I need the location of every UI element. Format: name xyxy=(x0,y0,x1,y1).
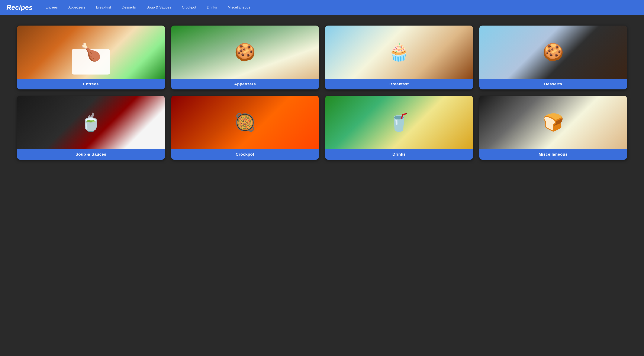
category-image-drinks xyxy=(325,96,473,149)
category-image-appetizers xyxy=(171,25,319,79)
category-label-drinks: Drinks xyxy=(325,149,473,160)
category-label-entrees: Entrées xyxy=(17,79,165,89)
nav-link-entrees[interactable]: Entrées xyxy=(46,5,58,9)
category-card-entrees[interactable]: Entrées xyxy=(17,25,165,89)
category-label-soup-sauces: Soup & Sauces xyxy=(17,149,165,160)
main-nav: Recipes EntréesAppetizersBreakfastDesser… xyxy=(0,0,644,15)
category-label-desserts: Desserts xyxy=(479,79,627,89)
main-content: EntréesAppetizersBreakfastDessertsSoup &… xyxy=(0,15,644,170)
category-image-desserts xyxy=(479,25,627,79)
category-image-soup-sauces xyxy=(17,96,165,149)
nav-link-drinks[interactable]: Drinks xyxy=(207,5,217,9)
category-grid: EntréesAppetizersBreakfastDessertsSoup &… xyxy=(17,25,627,160)
category-card-breakfast[interactable]: Breakfast xyxy=(325,25,473,89)
nav-link-soup-sauces[interactable]: Soup & Sauces xyxy=(146,5,171,9)
category-label-crockpot: Crockpot xyxy=(171,149,319,160)
category-card-miscellaneous[interactable]: Miscellaneous xyxy=(479,96,627,160)
category-label-breakfast: Breakfast xyxy=(325,79,473,89)
nav-link-appetizers[interactable]: Appetizers xyxy=(68,5,85,9)
nav-link-desserts[interactable]: Desserts xyxy=(122,5,136,9)
category-image-miscellaneous xyxy=(479,96,627,149)
nav-link-miscellaneous[interactable]: Miscellaneous xyxy=(228,5,250,9)
category-image-breakfast xyxy=(325,25,473,79)
category-card-desserts[interactable]: Desserts xyxy=(479,25,627,89)
nav-link-crockpot[interactable]: Crockpot xyxy=(182,5,196,9)
nav-links: EntréesAppetizersBreakfastDessertsSoup &… xyxy=(46,5,250,9)
category-label-appetizers: Appetizers xyxy=(171,79,319,89)
category-card-drinks[interactable]: Drinks xyxy=(325,96,473,160)
category-image-crockpot xyxy=(171,96,319,149)
app-logo[interactable]: Recipes xyxy=(6,3,33,11)
category-card-crockpot[interactable]: Crockpot xyxy=(171,96,319,160)
nav-link-breakfast[interactable]: Breakfast xyxy=(96,5,111,9)
category-label-miscellaneous: Miscellaneous xyxy=(479,149,627,160)
category-image-entrees xyxy=(17,25,165,79)
category-card-soup-sauces[interactable]: Soup & Sauces xyxy=(17,96,165,160)
category-card-appetizers[interactable]: Appetizers xyxy=(171,25,319,89)
